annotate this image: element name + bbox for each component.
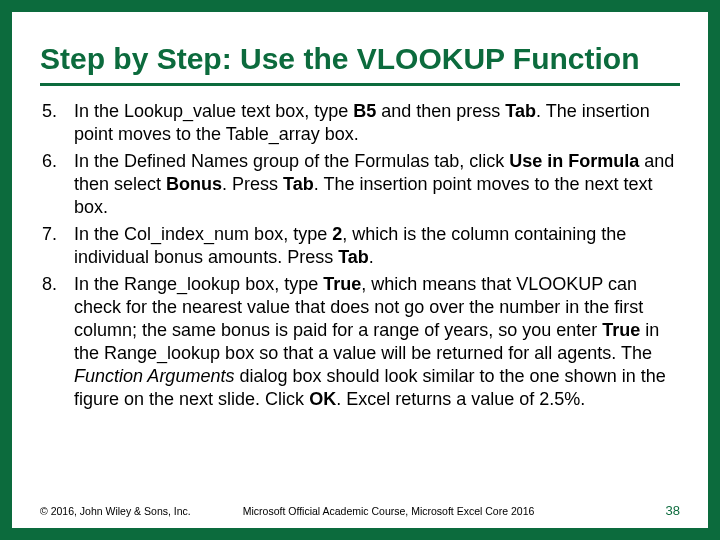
step-item: 6.In the Defined Names group of the Form… <box>40 150 680 219</box>
step-text: In the Defined Names group of the Formul… <box>74 150 680 219</box>
step-number: 7. <box>40 223 74 269</box>
footer: © 2016, John Wiley & Sons, Inc. Microsof… <box>40 503 680 518</box>
course-text: Microsoft Official Academic Course, Micr… <box>243 505 666 517</box>
step-item: 5.In the Lookup_value text box, type B5 … <box>40 100 680 146</box>
copyright-text: © 2016, John Wiley & Sons, Inc. <box>40 505 191 517</box>
step-list: 5.In the Lookup_value text box, type B5 … <box>40 100 680 411</box>
step-number: 6. <box>40 150 74 219</box>
page-number: 38 <box>666 503 680 518</box>
step-item: 8.In the Range_lookup box, type True, wh… <box>40 273 680 411</box>
step-text: In the Lookup_value text box, type B5 an… <box>74 100 680 146</box>
step-text: In the Col_index_num box, type 2, which … <box>74 223 680 269</box>
step-number: 8. <box>40 273 74 411</box>
slide-title: Step by Step: Use the VLOOKUP Function <box>40 42 680 86</box>
step-number: 5. <box>40 100 74 146</box>
step-text: In the Range_lookup box, type True, whic… <box>74 273 680 411</box>
step-item: 7.In the Col_index_num box, type 2, whic… <box>40 223 680 269</box>
slide: Step by Step: Use the VLOOKUP Function 5… <box>0 0 720 540</box>
